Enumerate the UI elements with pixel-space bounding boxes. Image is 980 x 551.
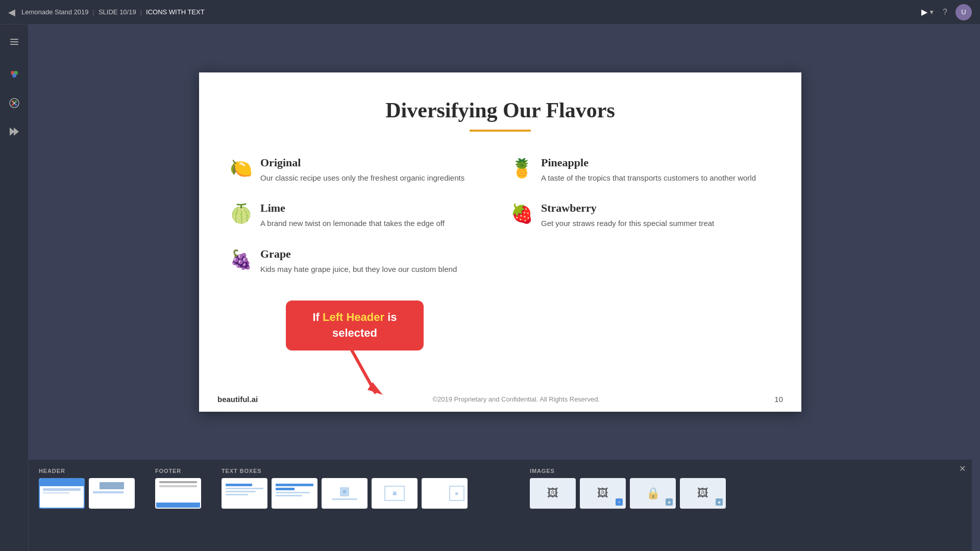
bottom-section-footer-label: FOOTER (155, 468, 201, 474)
item-lime: 🍈 Lime A brand new twist on lemonade tha… (230, 192, 490, 238)
image-thumb-3[interactable]: 🔒 ◈ (630, 478, 676, 509)
topbar: ◀ Lemonade Stand 2019 | SLIDE 10/19 | IC… (0, 0, 980, 24)
sidebar-palette-icon[interactable] (5, 94, 23, 112)
sidebar-forward-icon[interactable] (5, 122, 23, 141)
items-grid: 🍋 Original Our classic recipe uses only … (199, 147, 801, 284)
item-icon-pineapple: 🍍 (510, 157, 533, 180)
main-area: Diversifying Our Flavors 🍋 Original Our … (29, 24, 972, 459)
item-desc-grape: Kids may hate grape juice, but they love… (260, 264, 457, 275)
item-text-original: Original Our classic recipe uses only th… (260, 156, 464, 184)
bottom-section-header-label: HEADER (39, 468, 135, 474)
sidebar (0, 24, 29, 551)
textbox-thumb-5[interactable]: ≡ (422, 478, 468, 509)
footer-thumbs (155, 478, 201, 509)
item-icon-grape: 🍇 (230, 248, 252, 271)
slide-number: SLIDE 10/19 (99, 8, 136, 16)
item-strawberry: 🍓 Strawberry Get your straws ready for t… (510, 192, 771, 238)
item-title-strawberry: Strawberry (541, 202, 714, 215)
item-text-strawberry: Strawberry Get your straws ready for thi… (541, 202, 714, 229)
svg-point-11 (13, 102, 15, 104)
breadcrumb: Lemonade Stand 2019 | SLIDE 10/19 | ICON… (21, 8, 205, 16)
image-thumb-1[interactable]: 🖼 (530, 478, 576, 509)
item-desc-original: Our classic recipe uses only the freshes… (260, 172, 464, 184)
page-number: 10 (774, 395, 783, 404)
right-panel-strip (972, 24, 980, 551)
item-desc-pineapple: A taste of the tropics that transports c… (541, 172, 756, 184)
textbox-thumb-2[interactable] (272, 478, 317, 509)
svg-point-10 (12, 104, 14, 106)
item-original: 🍋 Original Our classic recipe uses only … (230, 147, 490, 193)
tooltip-text-before: If (312, 311, 323, 323)
sidebar-colors-icon[interactable] (5, 65, 23, 84)
item-title-grape: Grape (260, 247, 457, 261)
back-button[interactable]: ◀ (8, 7, 15, 18)
item-desc-strawberry: Get your straws ready for this special s… (541, 218, 714, 229)
item-icon-original: 🍋 (230, 157, 252, 180)
tooltip-bubble: If Left Header is selected (286, 300, 424, 350)
svg-point-7 (12, 101, 14, 103)
header-thumb-1[interactable] (39, 478, 85, 509)
textbox-thumb-4[interactable]: ≡ (372, 478, 418, 509)
textbox-thumb-1[interactable] (222, 478, 267, 509)
sidebar-menu-icon[interactable] (5, 33, 23, 51)
close-panel-button[interactable]: ✕ (959, 464, 966, 473)
header-thumb-2[interactable] (89, 478, 135, 509)
bottom-section-footer: FOOTER (155, 468, 201, 509)
textbox-thumb-3[interactable]: ≡ (322, 478, 368, 509)
header-thumbs (39, 478, 135, 509)
item-text-grape: Grape Kids may hate grape juice, but the… (260, 247, 457, 275)
item-title-lime: Lime (260, 202, 445, 215)
svg-rect-1 (10, 41, 18, 42)
footer-thumb-1[interactable] (155, 478, 201, 509)
play-dropdown[interactable]: ▼ (928, 9, 935, 16)
item-text-pineapple: Pineapple A taste of the tropics that tr… (541, 156, 756, 184)
item-pineapple: 🍍 Pineapple A taste of the tropics that … (510, 147, 771, 193)
bottom-section-textboxes-label: TEXT BOXES (222, 468, 509, 474)
tooltip-arrow (345, 346, 385, 397)
image-thumb-4[interactable]: 🖼 ◈ (680, 478, 726, 509)
item-icon-strawberry: 🍓 (510, 203, 533, 225)
slide-name: ICONS WITH TEXT (146, 8, 205, 16)
brand-name: beautiful.ai (217, 395, 258, 404)
item-text-lime: Lime A brand new twist on lemonade that … (260, 202, 445, 229)
item-icon-lime: 🍈 (230, 203, 252, 225)
svg-point-5 (12, 73, 16, 78)
bottom-section-images: IMAGES 🖼 🖼 + 🔒 ◈ 🖼 ◈ (530, 468, 962, 509)
image-thumbs: 🖼 🖼 + 🔒 ◈ 🖼 ◈ (530, 478, 962, 509)
tooltip-highlight: Left Header (323, 311, 384, 323)
avatar[interactable]: U (955, 4, 972, 20)
svg-rect-0 (10, 39, 18, 40)
avatar-initials: U (961, 8, 966, 16)
svg-marker-13 (14, 128, 19, 136)
topbar-right: ▶ ▼ ? U (921, 4, 972, 20)
bottom-section-images-label: IMAGES (530, 468, 962, 474)
bottom-section-header: HEADER (39, 468, 135, 509)
help-icon[interactable]: ? (943, 8, 947, 17)
svg-rect-2 (10, 44, 18, 45)
image-thumb-2[interactable]: 🖼 + (580, 478, 626, 509)
bottom-panel: ✕ HEADER FOOTER (29, 459, 972, 551)
play-icon: ▶ (921, 7, 927, 17)
slide-title: Diversifying Our Flavors (199, 72, 801, 122)
svg-point-9 (15, 104, 17, 106)
item-title-original: Original (260, 156, 464, 169)
item-desc-lime: A brand new twist on lemonade that takes… (260, 218, 445, 229)
slide-divider (470, 130, 531, 132)
textbox-thumbs: ≡ ≡ ≡ (222, 478, 509, 509)
play-button[interactable]: ▶ ▼ (921, 7, 935, 17)
slide: Diversifying Our Flavors 🍋 Original Our … (199, 72, 801, 412)
item-title-pineapple: Pineapple (541, 156, 756, 169)
slide-footer: beautiful.ai ©2019 Proprietary and Confi… (199, 395, 801, 404)
item-grape: 🍇 Grape Kids may hate grape juice, but t… (230, 238, 490, 284)
project-name: Lemonade Stand 2019 (21, 8, 89, 16)
copyright: ©2019 Proprietary and Confidential. All … (432, 395, 600, 403)
bottom-section-textboxes: TEXT BOXES (222, 468, 509, 509)
svg-point-8 (15, 101, 17, 103)
